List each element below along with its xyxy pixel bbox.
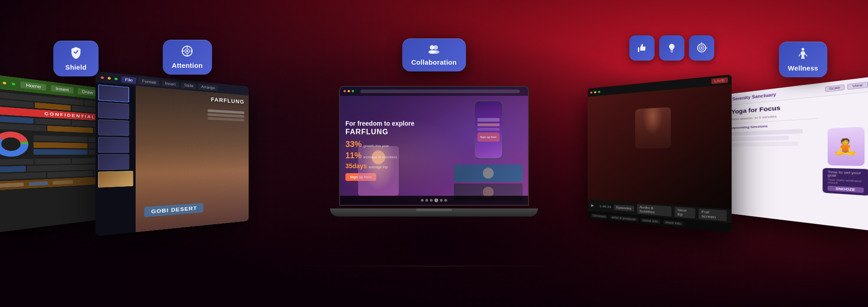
presentation-slide: FARFLUNG GOBI DESERT: [136, 85, 249, 232]
wellness-card-text-2: Your daily wellness check: [828, 178, 864, 185]
pres-tab-arrange[interactable]: Arrange: [198, 83, 218, 90]
wellness-body: Yoga for Focus Next session: in 5 minute…: [728, 91, 868, 231]
chart-pie: [0, 130, 30, 157]
dot-red-2: [101, 76, 104, 79]
svg-line-22: [799, 54, 800, 56]
wellness-scale-btn[interactable]: Scale: [825, 84, 844, 92]
stat-2-label: increase in members: [363, 155, 397, 159]
stat-3-label: average trip: [368, 165, 387, 169]
video-main: [588, 84, 731, 209]
pres-tab-slide[interactable]: Slide: [181, 81, 197, 89]
shield-icon: [70, 46, 82, 61]
screen-video: LIVE ▶ 1:48:33 Episodes Audio & Su: [588, 74, 731, 233]
laptop: For freedom to explore FARFLUNG 33%growt…: [330, 86, 538, 222]
video-dot-yellow: [594, 90, 596, 93]
svg-line-23: [806, 54, 807, 56]
wellness-card-text-1: Time to set your goal: [828, 170, 864, 178]
phone-mockup: Sign up here: [474, 100, 503, 159]
video-btn-audio[interactable]: Audio & Subtitles: [637, 204, 671, 217]
badge-attention-label: Attention: [172, 61, 203, 69]
laptop-dot-red: [344, 90, 346, 92]
ss-tab-home[interactable]: Home: [20, 81, 46, 90]
svg-point-18: [701, 47, 703, 49]
pres-tab-file[interactable]: File: [121, 76, 136, 84]
laptop-screen-right: Sign up here: [454, 100, 523, 200]
laptop-content: For freedom to explore FARFLUNG 33%growt…: [340, 87, 528, 205]
wellness-snooze-button[interactable]: SNOOZE: [828, 185, 864, 193]
toolbar-dot-1: [421, 199, 424, 202]
icon-badge-target: [689, 35, 714, 61]
stat-3-num: 35days: [345, 162, 367, 170]
stat-1-label: growth this year: [363, 144, 389, 148]
attention-icon: [181, 45, 193, 59]
dot-yellow-2: [108, 76, 111, 79]
ss-tab-insert[interactable]: Insert: [51, 85, 73, 93]
toolbar-dot-4: [440, 199, 443, 202]
laptop-center: Collaboration: [330, 86, 538, 222]
badge-wellness: Wellness: [779, 42, 827, 77]
badge-collaboration-label: Collaboration: [411, 58, 457, 66]
svg-point-21: [802, 48, 804, 51]
wellness-left: Yoga for Focus Next session: in 5 minute…: [731, 100, 818, 220]
svg-point-13: [186, 50, 188, 52]
dot-green-2: [114, 77, 118, 80]
laptop-header-bar: [340, 87, 528, 96]
laptop-screen-left: For freedom to explore FARFLUNG 33%growt…: [345, 100, 448, 200]
pres-thumb-2[interactable]: [98, 102, 129, 119]
laptop-dot-yellow: [348, 90, 350, 92]
pres-thumb-1[interactable]: [98, 84, 129, 102]
video-tag-3: some info: [641, 217, 660, 223]
pres-thumb-3[interactable]: [98, 119, 129, 136]
badge-shield-label: Shield: [66, 63, 87, 71]
pres-thumb-4[interactable]: [98, 137, 129, 152]
video-btn-episodes[interactable]: Episodes: [614, 204, 634, 211]
wellness-icon: [797, 47, 809, 61]
video-time: 1:48:33: [599, 204, 611, 208]
wellness-view-btn[interactable]: View: [847, 81, 868, 90]
laptop-screen: For freedom to explore FARFLUNG 33%growt…: [339, 86, 529, 206]
icon-badge-thumbup: [629, 35, 655, 61]
video-dot-red: [590, 91, 593, 93]
stage: Home Insert Draw Design CONFIDENTIAL: [0, 0, 868, 307]
toolbar-dot-2: [425, 199, 428, 202]
yoga-figure: 🧘: [827, 127, 864, 166]
video-btn-fullscreen[interactable]: Full screen: [698, 208, 726, 221]
wellness-app-name: Serenity Sanctuary: [732, 92, 776, 101]
dot-yellow: [3, 81, 6, 84]
wellness-snooze-card: Time to set your goal Your daily wellnes…: [823, 168, 868, 196]
badge-attention: Attention: [163, 40, 212, 75]
screen-wellness: Serenity Sanctuary Scale View Yoga for F…: [728, 76, 868, 231]
badge-wellness-label: Wellness: [788, 64, 818, 72]
laptop-base: [330, 208, 538, 217]
svg-rect-14: [670, 51, 673, 52]
video-tag-2: artist & producer: [610, 215, 638, 221]
icon-badges-row: [629, 35, 714, 61]
badge-shield: Shield: [53, 41, 99, 76]
video-dot-green: [598, 90, 600, 93]
wellness-right: 🧘 Time to set your goal Your daily welln…: [823, 95, 868, 226]
video-btn-next[interactable]: Next Ep: [675, 207, 695, 218]
dot-green: [12, 82, 15, 85]
stat-1-num: 33%: [345, 140, 362, 149]
icon-badge-bulb: [659, 35, 684, 61]
laptop-toolbar: [340, 196, 528, 205]
pres-tab-insert[interactable]: Insert: [162, 80, 179, 87]
svg-rect-15: [671, 52, 673, 53]
laptop-dot-green: [352, 90, 354, 92]
pres-thumb-5[interactable]: [98, 154, 129, 170]
laptop-headline: For freedom to explore: [345, 119, 448, 128]
badge-collaboration: Collaboration: [402, 38, 466, 71]
video-subject: [588, 84, 731, 209]
laptop-brand: FARFLUNG: [345, 128, 448, 136]
live-indicator: LIVE: [711, 77, 728, 84]
svg-point-4: [434, 45, 438, 50]
pres-tab-format[interactable]: Format: [138, 77, 160, 85]
stat-2-num: 11%: [345, 151, 362, 161]
video-tag-1: Chromed: [591, 213, 608, 218]
toolbar-dot-3: [430, 199, 433, 202]
toolbar-dot-5: [444, 199, 447, 202]
ss-tab-draw[interactable]: Draw: [78, 88, 97, 96]
svg-point-6: [432, 50, 439, 54]
collaboration-icon: [428, 44, 440, 56]
floor-glow: [298, 266, 570, 266]
